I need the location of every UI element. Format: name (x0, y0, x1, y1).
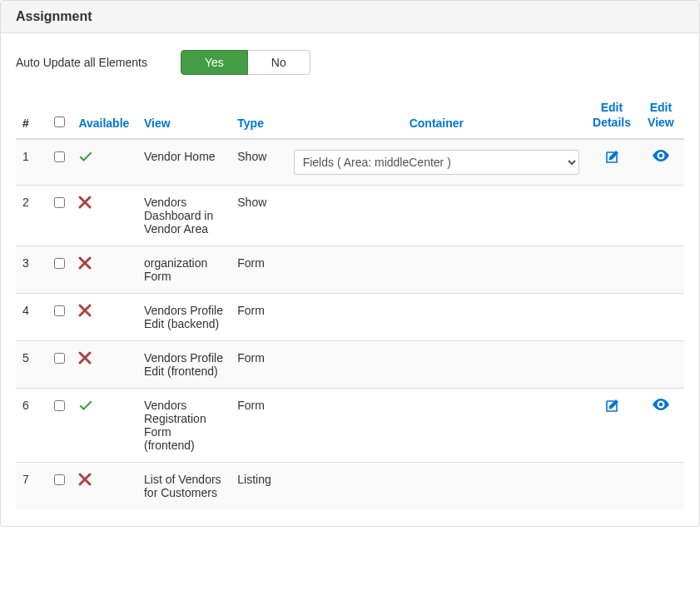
table-row: 3organization FormForm (16, 246, 684, 294)
header-view-link[interactable]: View (144, 117, 171, 130)
row-view: organization Form (137, 246, 231, 294)
svg-point-3 (659, 403, 663, 407)
row-edit-details (586, 463, 638, 510)
row-view: Vendors Dashboard in Vendor Area (137, 186, 231, 246)
row-checkbox[interactable] (54, 353, 65, 364)
row-edit-details (586, 139, 638, 186)
row-view: Vendor Home (137, 139, 231, 186)
row-check-cell (44, 246, 72, 294)
row-available (72, 294, 137, 341)
row-checkbox[interactable] (54, 305, 65, 316)
row-container (287, 294, 586, 341)
table-row: 1Vendor HomeShowFields ( Area: middleCen… (16, 139, 684, 186)
row-num: 6 (16, 389, 44, 463)
row-checkbox[interactable] (54, 400, 65, 411)
row-edit-view (638, 389, 684, 463)
row-edit-details (586, 186, 638, 246)
row-container (287, 186, 586, 246)
row-edit-view (638, 294, 684, 341)
row-container (287, 389, 586, 463)
row-edit-details (586, 341, 638, 389)
cross-icon[interactable] (78, 473, 92, 488)
header-available: Available (72, 92, 137, 139)
row-available (72, 389, 137, 463)
row-type: Listing (231, 463, 286, 510)
row-checkbox[interactable] (54, 474, 65, 485)
header-edit-details: Edit Details (586, 92, 638, 139)
row-view: List of Vendors for Customers (137, 463, 231, 510)
cross-icon[interactable] (78, 196, 92, 211)
row-container: Fields ( Area: middleCenter ) (287, 139, 586, 186)
row-container (287, 246, 586, 294)
row-available (72, 139, 137, 186)
assignment-table: # Available View Type Container Edit Det… (16, 92, 684, 509)
row-container (287, 463, 586, 510)
row-checkbox[interactable] (54, 197, 65, 208)
row-num: 4 (16, 294, 44, 341)
row-type: Form (231, 389, 286, 463)
table-row: 2Vendors Dashboard in Vendor AreaShow (16, 186, 684, 246)
row-check-cell (44, 186, 72, 246)
table-row: 4Vendors Profile Edit (backend)Form (16, 294, 684, 341)
header-available-link[interactable]: Available (78, 117, 129, 130)
header-edit-details-link[interactable]: Edit Details (593, 101, 631, 129)
row-num: 5 (16, 341, 44, 389)
table-header-row: # Available View Type Container Edit Det… (16, 92, 684, 139)
row-check-cell (44, 389, 72, 463)
row-check-cell (44, 139, 72, 186)
header-type: Type (231, 92, 286, 139)
cross-icon[interactable] (78, 256, 92, 272)
panel-body: Auto Update all Elements Yes No # Availa… (1, 33, 699, 526)
row-edit-view (638, 186, 684, 246)
row-available (72, 246, 137, 294)
cross-icon[interactable] (78, 351, 92, 367)
row-checkbox[interactable] (54, 258, 65, 269)
row-edit-details (586, 389, 638, 463)
toggle-yes-button[interactable]: Yes (181, 50, 248, 75)
row-check-cell (44, 294, 72, 341)
row-num: 3 (16, 246, 44, 294)
edit-details-icon[interactable] (604, 399, 619, 416)
row-available (72, 341, 137, 389)
row-available (72, 463, 137, 510)
cross-icon[interactable] (78, 304, 92, 320)
check-icon[interactable] (78, 150, 93, 167)
header-edit-view-link[interactable]: Edit View (648, 101, 674, 129)
row-type: Form (231, 341, 286, 389)
row-edit-view (638, 341, 684, 389)
row-num: 7 (16, 463, 44, 510)
row-edit-details (586, 246, 638, 294)
row-view: Vendors Profile Edit (backend) (137, 294, 231, 341)
header-num: # (16, 92, 44, 139)
edit-view-icon[interactable] (653, 399, 669, 413)
header-edit-view: Edit View (638, 92, 684, 139)
row-check-cell (44, 341, 72, 389)
header-type-link[interactable]: Type (237, 117, 264, 130)
row-edit-view (638, 246, 684, 294)
row-type: Show (231, 139, 286, 186)
row-view: Vendors Profile Edit (frontend) (137, 341, 231, 389)
auto-update-label: Auto Update all Elements (16, 56, 147, 69)
toggle-no-button[interactable]: No (248, 50, 310, 75)
row-edit-details (586, 294, 638, 341)
header-view: View (137, 92, 231, 139)
table-row: 7List of Vendors for CustomersListing (16, 463, 684, 510)
auto-update-row: Auto Update all Elements Yes No (16, 50, 684, 75)
select-all-checkbox[interactable] (54, 117, 65, 127)
check-icon[interactable] (78, 399, 93, 416)
svg-point-1 (659, 154, 663, 158)
edit-view-icon[interactable] (653, 150, 669, 164)
row-edit-view (638, 463, 684, 510)
row-num: 2 (16, 186, 44, 246)
row-type: Form (231, 294, 286, 341)
row-container (287, 341, 586, 389)
auto-update-toggle: Yes No (181, 50, 310, 75)
edit-details-icon[interactable] (604, 150, 619, 167)
container-select[interactable]: Fields ( Area: middleCenter ) (294, 150, 579, 175)
row-checkbox[interactable] (54, 151, 65, 162)
assignment-panel: Assignment Auto Update all Elements Yes … (0, 0, 700, 527)
row-type: Form (231, 246, 286, 294)
row-type: Show (231, 186, 286, 246)
header-container-link[interactable]: Container (410, 117, 464, 130)
table-row: 6Vendors Registration Form (frontend)For… (16, 389, 684, 463)
